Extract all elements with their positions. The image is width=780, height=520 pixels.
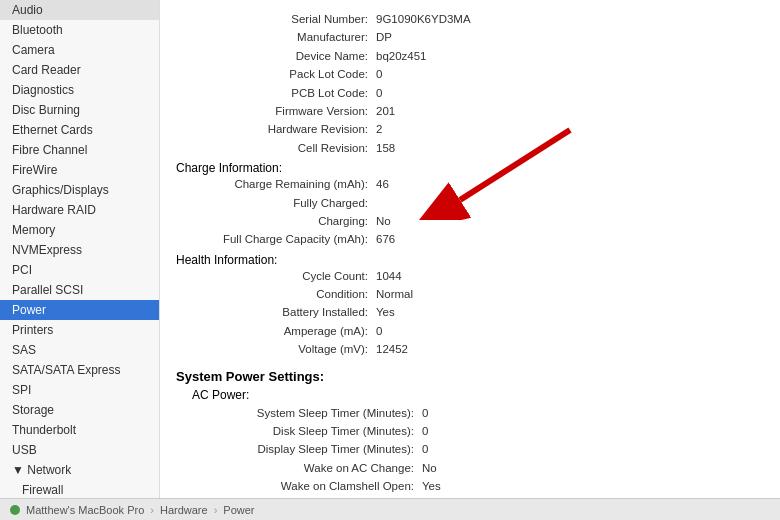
sidebar-item-camera[interactable]: Camera <box>0 40 159 60</box>
table-row: Full Charge Capacity (mAh):676 <box>176 230 764 248</box>
info-label: Charging: <box>176 212 376 230</box>
table-row: Hardware Revision:2 <box>176 120 764 138</box>
table-row: Device Name:bq20z451 <box>176 47 764 65</box>
info-label: Disk Sleep Timer (Minutes): <box>192 422 422 440</box>
table-row: Disk Sleep Timer (Minutes):0 <box>176 422 764 440</box>
table-row: Fully Charged: <box>176 194 764 212</box>
info-label: Wake on AC Change: <box>192 459 422 477</box>
sidebar-item-thunderbolt[interactable]: Thunderbolt <box>0 420 159 440</box>
table-row: Amperage (mA):0 <box>176 322 764 340</box>
info-value: 2 <box>376 120 382 138</box>
sidebar-item-disc-burning[interactable]: Disc Burning <box>0 100 159 120</box>
breadcrumb-sep-1: › <box>150 504 154 516</box>
table-row: Pack Lot Code:0 <box>176 65 764 83</box>
info-label: Display Sleep Timer (Minutes): <box>192 440 422 458</box>
table-row: PCB Lot Code:0 <box>176 84 764 102</box>
sidebar-item-nvme[interactable]: NVMExpress <box>0 240 159 260</box>
info-value: 0 <box>376 65 382 83</box>
info-value: Normal <box>376 285 413 303</box>
sidebar-item-bluetooth[interactable]: Bluetooth <box>0 20 159 40</box>
table-row: System Sleep Timer (Minutes):0 <box>176 404 764 422</box>
breadcrumb-section1: Hardware <box>160 504 208 516</box>
ac-power-label: AC Power: <box>192 388 764 402</box>
info-value: 0 <box>376 322 382 340</box>
sidebar-item-firewire[interactable]: FireWire <box>0 160 159 180</box>
sidebar-item-sata[interactable]: SATA/SATA Express <box>0 360 159 380</box>
info-label: Amperage (mA): <box>176 322 376 340</box>
info-label: Wake on Clamshell Open: <box>192 477 422 495</box>
table-row: Wake on LAN:Yes <box>176 496 764 498</box>
table-row: Firmware Version:201 <box>176 102 764 120</box>
sidebar-item-hardware-raid[interactable]: Hardware RAID <box>0 200 159 220</box>
table-row: Wake on AC Change:No <box>176 459 764 477</box>
system-power-title: System Power Settings: <box>176 369 764 384</box>
bottom-bar: Matthew's MacBook Pro › Hardware › Power <box>0 498 780 520</box>
info-label: Cycle Count: <box>176 267 376 285</box>
charge-section-header: Charge Information: <box>176 161 764 175</box>
info-value: 0 <box>376 84 382 102</box>
health-section-header: Health Information: <box>176 253 764 267</box>
info-value: No <box>376 212 391 230</box>
table-row: Cell Revision:158 <box>176 139 764 157</box>
info-value: 0 <box>422 440 428 458</box>
info-value: 158 <box>376 139 395 157</box>
info-label: System Sleep Timer (Minutes): <box>192 404 422 422</box>
sidebar-item-usb[interactable]: USB <box>0 440 159 460</box>
info-label: Manufacturer: <box>176 28 376 46</box>
sidebar-item-spi[interactable]: SPI <box>0 380 159 400</box>
sidebar: AudioBluetoothCameraCard ReaderDiagnosti… <box>0 0 160 498</box>
info-value: DP <box>376 28 392 46</box>
breadcrumb-computer: Matthew's MacBook Pro <box>26 504 144 516</box>
info-value: No <box>422 459 437 477</box>
info-value: 1044 <box>376 267 402 285</box>
sidebar-item-ethernet[interactable]: Ethernet Cards <box>0 120 159 140</box>
info-value: bq20z451 <box>376 47 427 65</box>
sidebar-item-memory[interactable]: Memory <box>0 220 159 240</box>
info-label: Fully Charged: <box>176 194 376 212</box>
info-value: 12452 <box>376 340 408 358</box>
info-label: Full Charge Capacity (mAh): <box>176 230 376 248</box>
table-row: Serial Number:9G1090K6YD3MA <box>176 10 764 28</box>
table-row: Display Sleep Timer (Minutes):0 <box>176 440 764 458</box>
table-row: Condition:Normal <box>176 285 764 303</box>
sidebar-item-power[interactable]: Power <box>0 300 159 320</box>
breadcrumb-sep-2: › <box>214 504 218 516</box>
sidebar-item-audio[interactable]: Audio <box>0 0 159 20</box>
info-label: Battery Installed: <box>176 303 376 321</box>
table-row: Cycle Count:1044 <box>176 267 764 285</box>
info-label: Condition: <box>176 285 376 303</box>
info-label: Serial Number: <box>176 10 376 28</box>
info-label: Cell Revision: <box>176 139 376 157</box>
info-label: Device Name: <box>176 47 376 65</box>
sidebar-item-printers[interactable]: Printers <box>0 320 159 340</box>
sidebar-item-fibre-channel[interactable]: Fibre Channel <box>0 140 159 160</box>
info-value: Yes <box>422 496 441 498</box>
info-value: 676 <box>376 230 395 248</box>
breadcrumb-section2: Power <box>223 504 254 516</box>
sidebar-item-network-group[interactable]: ▼ Network <box>0 460 159 480</box>
table-row: Manufacturer:DP <box>176 28 764 46</box>
info-value: 46 <box>376 175 389 193</box>
sidebar-item-sas[interactable]: SAS <box>0 340 159 360</box>
sidebar-item-diagnostics[interactable]: Diagnostics <box>0 80 159 100</box>
info-label: Pack Lot Code: <box>176 65 376 83</box>
sidebar-item-graphics[interactable]: Graphics/Displays <box>0 180 159 200</box>
table-row: Battery Installed:Yes <box>176 303 764 321</box>
info-value: Yes <box>376 303 395 321</box>
info-label: Firmware Version: <box>176 102 376 120</box>
table-row: Voltage (mV):12452 <box>176 340 764 358</box>
sidebar-item-card-reader[interactable]: Card Reader <box>0 60 159 80</box>
info-value: 9G1090K6YD3MA <box>376 10 471 28</box>
info-label: PCB Lot Code: <box>176 84 376 102</box>
table-row: Charge Remaining (mAh):46 <box>176 175 764 193</box>
sidebar-item-pci[interactable]: PCI <box>0 260 159 280</box>
sidebar-item-parallel-scsi[interactable]: Parallel SCSI <box>0 280 159 300</box>
info-value: 0 <box>422 422 428 440</box>
info-label: Voltage (mV): <box>176 340 376 358</box>
sidebar-item-storage[interactable]: Storage <box>0 400 159 420</box>
table-row: Charging:No <box>176 212 764 230</box>
info-value: 201 <box>376 102 395 120</box>
sidebar-item-firewall[interactable]: Firewall <box>0 480 159 498</box>
status-dot <box>10 505 20 515</box>
info-label: Charge Remaining (mAh): <box>176 175 376 193</box>
